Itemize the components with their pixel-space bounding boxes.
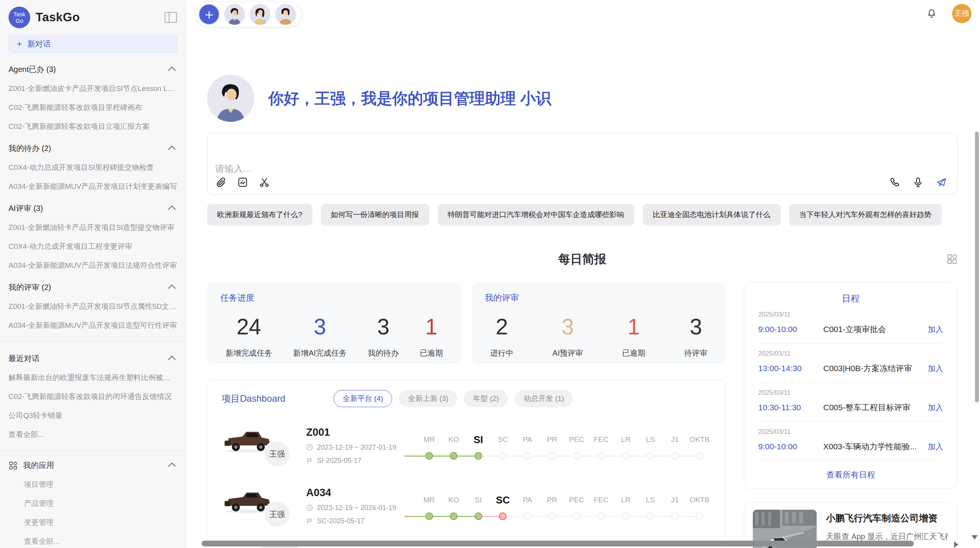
section-agent-done[interactable]: Agent已办 (3) [9, 64, 177, 75]
horizontal-scrollbar[interactable] [195, 540, 976, 548]
chevron-up-icon[interactable] [168, 462, 176, 470]
filter-pill[interactable]: 全新上装 (3) [399, 390, 457, 407]
agent-avatar[interactable] [224, 4, 245, 25]
chevron-up-icon[interactable] [168, 356, 176, 363]
filter-pill[interactable]: 全新平台 (4) [334, 390, 392, 407]
phone-icon[interactable] [889, 176, 901, 188]
schedule-title: 日程 [758, 293, 943, 305]
greeting-row: 你好，王强，我是你的项目管理助理 小识 [207, 75, 958, 122]
schedule-name: C003|H0B-方案冻结评审 [823, 363, 922, 374]
schedule-date: 2025/03/11 [758, 311, 943, 319]
suggestion-chip[interactable]: 特朗普可能对进口汽车增税会对中国车企造成哪些影响 [438, 204, 634, 226]
list-item[interactable]: C02-飞腾新能源轻客改款项目的闭环通告反馈情况 [9, 392, 177, 402]
list-item[interactable]: Z001-全新燃油轻卡产品开发项目SI节点属性5D文件评审 [9, 301, 177, 312]
view-all-chats-link[interactable]: 查看全部... [9, 430, 177, 440]
list-item[interactable]: C02-飞腾新能源轻客改款项目立项汇报方案 [9, 122, 177, 132]
section-my-review[interactable]: 我的评审 (2) [9, 282, 177, 293]
join-link[interactable]: 加入 [928, 442, 943, 452]
sidebar-item-change-mgmt[interactable]: 变更管理 [9, 517, 177, 527]
agent-avatar[interactable] [250, 4, 271, 25]
section-ai-review[interactable]: AI评审 (3) [9, 203, 177, 214]
sidebar: Task Go TaskGo ＋ 新对话 Agent已办 (3) Z001-全新… [0, 0, 186, 548]
filter-pill[interactable]: 动总开发 (1) [515, 390, 573, 407]
schedule-item: 2025/03/11 13:00-14:30 C003|H0B-方案冻结评审 加… [758, 344, 943, 383]
list-item[interactable]: Z001-全新燃油皮卡产品开发项目SI节点Lesson Learn报告 [9, 84, 177, 94]
filter-pill[interactable]: 年型 (2) [464, 390, 508, 407]
section-title: 我的评审 (2) [9, 282, 51, 293]
schedule-date: 2025/03/11 [758, 428, 943, 436]
stat-label: 新增完成任务 [226, 348, 272, 358]
join-link[interactable]: 加入 [928, 402, 943, 413]
sidebar-item-project-mgmt[interactable]: 项目管理 [9, 480, 177, 490]
scissors-icon[interactable] [259, 176, 270, 188]
suggestion-chip[interactable]: 如何写一份清晰的项目周报 [321, 204, 429, 226]
chevron-up-icon[interactable] [168, 206, 176, 213]
horizontal-scrollbar-thumb[interactable] [202, 541, 914, 546]
project-dashboard-card: 项目Dashboard 全新平台 (4) 全新上装 (3) 年型 (2) 动总开… [207, 380, 726, 548]
sidebar-item-product-mgmt[interactable]: 产品管理 [9, 498, 177, 509]
chevron-up-icon[interactable] [168, 284, 176, 292]
project-dates: 2023-12-19 ~ 2027-01-19 [317, 444, 396, 452]
topbar-right: 王强 [927, 4, 971, 23]
image-icon[interactable] [237, 176, 248, 188]
send-icon[interactable] [935, 176, 947, 188]
section-title: AI评审 (3) [9, 203, 43, 214]
schedule-card: 日程 2025/03/11 9:00-10:00 C001-立项审批会 加入 2… [744, 282, 958, 488]
stats-row: 任务进度 24 新增完成任务 3 新增AI完成任务 3 [207, 282, 726, 364]
stat: 2 进行中 [490, 314, 514, 358]
scroll-right-arrow-icon[interactable] [954, 541, 958, 548]
chevron-up-icon[interactable] [168, 146, 176, 153]
project-row[interactable]: 王强 A034 2023-12-19 ~ 2026-01-19 [221, 484, 712, 528]
list-item[interactable]: C02-飞腾新能源轻客改款项目里程碑画布 [9, 103, 177, 113]
app-title: TaskGo [36, 10, 80, 24]
paperclip-icon[interactable] [215, 176, 227, 188]
view-all-apps-link[interactable]: 查看全部... [9, 536, 177, 546]
schedule-date: 2025/03/11 [758, 350, 943, 358]
stat-label: 待评审 [684, 348, 708, 358]
chat-input[interactable]: 请输入... [207, 133, 958, 195]
chevron-up-icon[interactable] [168, 67, 176, 74]
schedule-time: 9:00-10:00 [758, 442, 823, 451]
dashboard-filters: 全新平台 (4) 全新上装 (3) 年型 (2) 动总开发 (1) [334, 390, 573, 407]
stat-value: 2 [490, 314, 514, 339]
new-chat-button[interactable]: ＋ 新对话 [9, 35, 177, 53]
bell-icon[interactable] [927, 8, 937, 19]
list-item[interactable]: C0X4-动力总成开发项目工程变更评审 [9, 241, 177, 252]
vertical-scrollbar-thumb[interactable] [975, 132, 979, 402]
stat-value: 1 [622, 314, 645, 339]
section-my-todo[interactable]: 我的待办 (2) [9, 143, 177, 154]
list-item[interactable]: A034-全新新能源MUV产品开发项目法规符合性评审 [9, 260, 177, 271]
logo-text-top: Task [14, 11, 26, 17]
clock-icon [306, 504, 313, 511]
join-link[interactable]: 加入 [928, 324, 943, 335]
section-recent-chats[interactable]: 最近对话 [9, 353, 177, 364]
project-code: Z001 [306, 426, 410, 438]
sidebar-collapse-icon[interactable] [164, 12, 177, 23]
list-item[interactable]: A034-全新新能源MUV产品开发项目造型可行性评审 [9, 320, 177, 331]
section-title: 最近对话 [9, 353, 39, 364]
agent-avatar[interactable] [275, 4, 296, 25]
add-agent-button[interactable]: ＋ [199, 4, 219, 25]
scroll-down-arrow-icon[interactable] [971, 535, 978, 539]
stat: 1 已逾期 [622, 314, 645, 358]
join-link[interactable]: 加入 [928, 363, 943, 374]
suggestion-chip[interactable]: 比亚迪全固态电池计划具体说了什么 [643, 204, 781, 226]
list-item[interactable]: 公司Q3轻卡销量 [9, 411, 177, 421]
list-item[interactable]: C0X4-动力总成开发项目SI里程碑提交物检查 [9, 163, 177, 173]
suggestion-chip[interactable]: 欧洲新规最近颁布了什么? [207, 204, 312, 226]
user-avatar[interactable]: 王强 [952, 4, 971, 23]
layout-grid-icon[interactable] [947, 253, 958, 264]
stat-value: 3 [684, 314, 708, 339]
mic-icon[interactable] [912, 176, 924, 188]
project-code: A034 [306, 487, 410, 499]
view-all-schedule-link[interactable]: 查看所有日程 [758, 469, 943, 480]
stat-label: AI预评审 [552, 348, 583, 358]
list-item[interactable]: A034-全新新能源MUV产品开发项目计划变更表编写 [9, 182, 177, 192]
plus-icon: ＋ [15, 39, 24, 48]
project-row[interactable]: 王强 Z001 2023-12-19 ~ 2027-01-19 [221, 423, 712, 468]
list-item[interactable]: Z001-全新燃油轻卡产品开发项目SI造型提交物评审 [9, 223, 177, 233]
suggestion-chip[interactable]: 当下年轻人对汽车外观有怎样的喜好趋势 [789, 204, 942, 226]
sidebar-item-my-apps[interactable]: 我的应用 [9, 460, 177, 471]
my-apps-label: 我的应用 [23, 460, 54, 471]
list-item[interactable]: 解释最新出台的欧盟报废车法规再生塑料比例被调至15%... [9, 373, 177, 383]
